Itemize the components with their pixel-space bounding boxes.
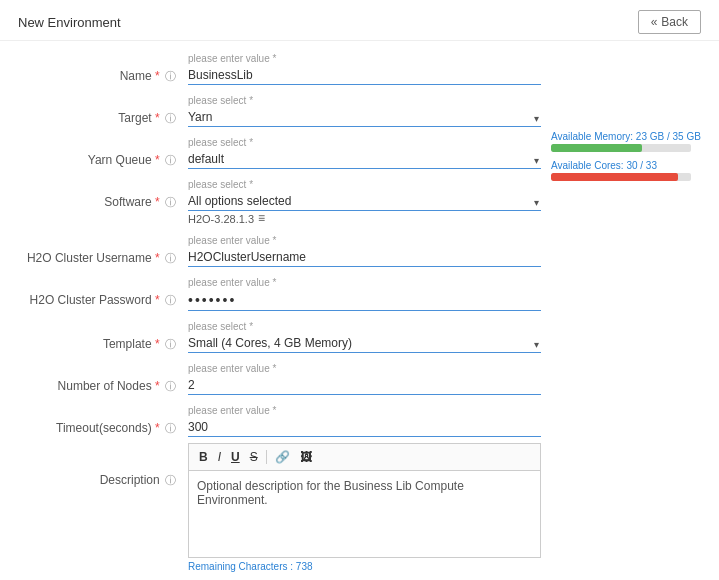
target-label: Target * ⓘ [18, 91, 188, 126]
target-row: Target * ⓘ please select * Yarn Local Ex… [18, 91, 541, 127]
num-nodes-input[interactable] [188, 376, 541, 395]
num-nodes-row: Number of Nodes * ⓘ please enter value * [18, 359, 541, 395]
yarn-queue-required: * [155, 153, 160, 167]
memory-bar-fill [551, 144, 642, 152]
h2o-username-row: H2O Cluster Username * ⓘ please enter va… [18, 231, 541, 267]
timeout-label: Timeout(seconds) * ⓘ [18, 401, 188, 436]
cores-bar-bg [551, 173, 691, 181]
timeout-info-icon: ⓘ [165, 422, 176, 434]
h2o-username-field: please enter value * [188, 231, 541, 267]
name-input[interactable] [188, 66, 541, 85]
memory-label: Available Memory: 23 GB / 35 GB [551, 131, 701, 142]
cores-bar-fill [551, 173, 678, 181]
image-icon: 🖼 [300, 450, 312, 464]
template-info-icon: ⓘ [165, 338, 176, 350]
description-info-icon: ⓘ [165, 474, 176, 486]
char-remaining: Remaining Characters : 738 [188, 561, 541, 572]
template-select[interactable]: Small (4 Cores, 4 GB Memory) Medium (8 C… [188, 334, 541, 353]
back-chevron-icon: « [651, 15, 658, 29]
software-select[interactable]: All options selected [188, 192, 541, 211]
template-required: * [155, 337, 160, 351]
timeout-hint: please enter value * [188, 405, 541, 416]
cores-resource: Available Cores: 30 / 33 [551, 160, 701, 181]
h2o-username-label: H2O Cluster Username * ⓘ [18, 231, 188, 266]
italic-button[interactable]: I [214, 448, 225, 466]
software-row: Software * ⓘ please select * All options… [18, 175, 541, 225]
software-tag-remove-icon[interactable]: ≡ [258, 211, 265, 225]
memory-resource: Available Memory: 23 GB / 35 GB [551, 131, 701, 152]
h2o-password-label: H2O Cluster Password * ⓘ [18, 273, 188, 308]
yarn-queue-label: Yarn Queue * ⓘ [18, 133, 188, 168]
underline-button[interactable]: U [227, 448, 244, 466]
link-button[interactable]: 🔗 [271, 448, 294, 466]
software-field: please select * All options selected ▾ H… [188, 175, 541, 225]
template-select-wrapper: Small (4 Cores, 4 GB Memory) Medium (8 C… [188, 334, 541, 353]
page-title: New Environment [18, 15, 121, 30]
image-button[interactable]: 🖼 [296, 448, 316, 466]
target-field: please select * Yarn Local External ▾ [188, 91, 541, 127]
description-field: B I U S 🔗 🖼 Optional description for the… [188, 443, 541, 572]
name-info-icon: ⓘ [165, 70, 176, 82]
software-tag-row: H2O-3.28.1.3 ≡ [188, 211, 541, 225]
strikethrough-button[interactable]: S [246, 448, 262, 466]
software-tag: H2O-3.28.1.3 [188, 213, 254, 225]
h2o-username-info-icon: ⓘ [165, 252, 176, 264]
main-layout: Name * ⓘ please enter value * Target * ⓘ… [0, 41, 719, 580]
memory-bar-bg [551, 144, 691, 152]
back-button[interactable]: « Back [638, 10, 701, 34]
target-select[interactable]: Yarn Local External [188, 108, 541, 127]
num-nodes-field: please enter value * [188, 359, 541, 395]
software-required: * [155, 195, 160, 209]
target-info-icon: ⓘ [165, 112, 176, 124]
h2o-password-field: please enter value * [188, 273, 541, 311]
software-info-icon: ⓘ [165, 196, 176, 208]
description-textarea[interactable]: Optional description for the Business Li… [188, 470, 541, 558]
h2o-password-required: * [155, 293, 160, 307]
template-label: Template * ⓘ [18, 317, 188, 352]
num-nodes-info-icon: ⓘ [165, 380, 176, 392]
timeout-field: please enter value * [188, 401, 541, 437]
timeout-required: * [155, 421, 160, 435]
software-select-wrapper: All options selected ▾ [188, 192, 541, 211]
h2o-password-hint: please enter value * [188, 277, 541, 288]
h2o-password-info-icon: ⓘ [165, 294, 176, 306]
timeout-row: Timeout(seconds) * ⓘ please enter value … [18, 401, 541, 437]
software-hint: please select * [188, 179, 541, 190]
link-icon: 🔗 [275, 450, 290, 464]
num-nodes-hint: please enter value * [188, 363, 541, 374]
editor-toolbar: B I U S 🔗 🖼 [188, 443, 541, 470]
timeout-input[interactable] [188, 418, 541, 437]
cores-label: Available Cores: 30 / 33 [551, 160, 701, 171]
name-hint: please enter value * [188, 53, 541, 64]
form-section: Name * ⓘ please enter value * Target * ⓘ… [18, 41, 541, 580]
name-required: * [155, 69, 160, 83]
name-field: please enter value * [188, 49, 541, 85]
template-row: Template * ⓘ please select * Small (4 Co… [18, 317, 541, 353]
target-select-wrapper: Yarn Local External ▾ [188, 108, 541, 127]
yarn-queue-select-wrapper: default root.default ▾ [188, 150, 541, 169]
target-required: * [155, 111, 160, 125]
yarn-queue-row: Yarn Queue * ⓘ please select * default r… [18, 133, 541, 169]
description-row: Description ⓘ B I U S 🔗 🖼 Opti [18, 443, 541, 572]
h2o-username-required: * [155, 251, 160, 265]
bold-button[interactable]: B [195, 448, 212, 466]
template-field: please select * Small (4 Cores, 4 GB Mem… [188, 317, 541, 353]
software-label: Software * ⓘ [18, 175, 188, 210]
page-header: New Environment « Back [0, 0, 719, 41]
h2o-username-input[interactable] [188, 248, 541, 267]
yarn-queue-hint: please select * [188, 137, 541, 148]
h2o-username-hint: please enter value * [188, 235, 541, 246]
name-row: Name * ⓘ please enter value * [18, 49, 541, 85]
description-label: Description ⓘ [18, 443, 188, 488]
template-hint: please select * [188, 321, 541, 332]
name-label: Name * ⓘ [18, 49, 188, 84]
toolbar-divider [266, 450, 267, 464]
h2o-password-input[interactable] [188, 290, 541, 311]
side-section: Available Memory: 23 GB / 35 GB Availabl… [541, 41, 701, 580]
yarn-queue-field: please select * default root.default ▾ [188, 133, 541, 169]
yarn-queue-select[interactable]: default root.default [188, 150, 541, 169]
h2o-password-row: H2O Cluster Password * ⓘ please enter va… [18, 273, 541, 311]
yarn-queue-info-icon: ⓘ [165, 154, 176, 166]
num-nodes-label: Number of Nodes * ⓘ [18, 359, 188, 394]
target-hint: please select * [188, 95, 541, 106]
